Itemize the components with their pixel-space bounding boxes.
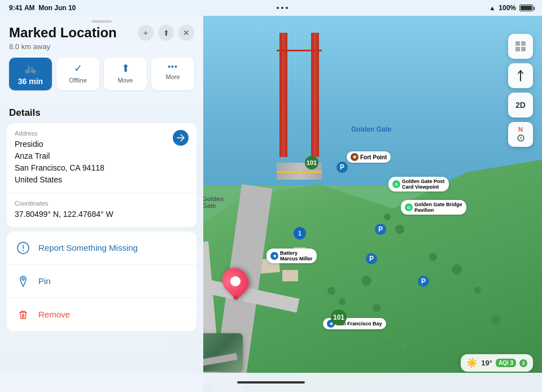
bike-icon: 🚲 [24,62,37,75]
tree-4 [339,298,346,305]
home-indicator[interactable] [237,381,305,384]
share-icon: ⬆ [163,29,169,37]
report-icon-container [15,239,32,256]
panel-title-actions: + ⬆ ✕ [138,25,194,41]
status-bar-right: ▲ 100% [489,4,533,12]
add-button[interactable]: + [138,25,154,41]
bike-time: 36 min [18,77,43,86]
status-bar: 9:41 AM Mon Jun 10 ▲ 100% [0,0,542,16]
address-content: Address Presidio Anza Trail San Francisc… [15,130,104,186]
report-missing-label: Report Something Missing [38,243,138,252]
location-pin[interactable] [223,267,248,295]
weather-sun-icon: ☀️ [466,358,478,368]
aqi-level-indicator: 3 [519,359,527,367]
report-missing-item[interactable]: Report Something Missing [7,232,196,265]
remove-item[interactable]: Remove [7,298,196,331]
more-label: More [165,73,180,80]
more-button[interactable]: ••• More [151,58,194,90]
offline-button[interactable]: ✓ Offline [56,58,99,90]
compass-button[interactable]: N ⊙ [508,122,533,147]
offline-label: Offline [69,77,87,84]
fort-point-icon: ★ [351,153,359,161]
navigate-address-button[interactable] [173,130,189,146]
action-list: Report Something Missing Pin Remove [7,232,196,331]
tree-10 [452,264,462,275]
panel-subtitle: 8.0 km away [9,42,194,51]
panel-title-row: Marked Location + ⬆ ✕ [9,25,194,41]
location-panel: Marked Location + ⬆ ✕ 8.0 km away [0,16,203,392]
share-button[interactable]: ⬆ [158,25,174,41]
status-bar-center [277,7,288,9]
battery-mm-label: BatteryMarcus Miller [280,250,313,262]
offline-icon: ✓ [74,62,82,75]
panel-header: Marked Location + ⬆ ✕ 8.0 km away [0,16,203,105]
battery-mm-icon: ★ [270,252,278,260]
action-buttons-row: 🚲 36 min ✓ Offline ⬆ Move ••• More [9,58,194,90]
poi-gg-pavilion: G Golden Gate BridgePavilion [401,200,466,215]
tree-3 [327,287,335,295]
gg-pavilion-label: Golden Gate BridgePavilion [414,202,462,213]
map-style-button[interactable] [508,34,533,59]
weather-widget: ☀️ 19° AQI 3 3 [461,354,533,372]
remove-label: Remove [38,310,70,319]
svg-rect-0 [515,41,520,46]
pin-icon-container [15,273,32,290]
tree-13 [384,332,392,340]
coordinates-row: Coordinates 37.80499° N, 122.47684° W [7,193,196,227]
svg-rect-2 [515,47,520,51]
poi-fort-point: ★ Fort Point [347,151,391,163]
golden-gate-label: GoldenGate [200,194,226,210]
tree-8 [395,225,404,234]
2d-view-button[interactable]: 2D [508,93,533,117]
bottom-bar [0,373,542,392]
thumbnail-road [197,353,237,367]
address-row-inner: Address Presidio Anza Trail San Francisc… [15,130,189,186]
gg-post-icon: G [392,180,400,188]
route-101-bottom: 101 [331,310,347,325]
status-bar-time: 9:41 AM Mon Jun 10 [9,4,76,12]
pin-label: Pin [38,276,51,286]
wifi-icon: ▲ [489,5,495,11]
bike-directions-button[interactable]: 🚲 36 min [9,58,52,90]
bridge-divider [277,171,322,173]
pin-dot [233,295,238,300]
details-section-title: Details [0,105,203,123]
more-icon: ••• [168,62,178,71]
gg-pavilion-icon: G [405,203,413,211]
coordinates-value: 37.80499° N, 122.47684° W [15,208,189,220]
drag-handle[interactable] [91,20,112,23]
address-row: Address Presidio Anza Trail San Francisc… [7,123,196,193]
address-label: Address [15,130,104,137]
map-controls: 2D N ⊙ [508,34,533,150]
directions-button[interactable] [508,63,533,88]
parking-3: P [366,253,377,264]
svg-rect-3 [521,47,526,51]
close-button[interactable]: ✕ [178,25,194,41]
route-1: 1 [294,227,306,239]
parking-2: P [375,224,386,235]
move-icon: ⬆ [121,62,130,75]
tree-9 [429,253,437,261]
svg-point-6 [22,278,24,280]
pin-item[interactable]: Pin [7,265,196,298]
bridge-cable [277,50,322,106]
move-button[interactable]: ⬆ Move [104,58,147,90]
route-101-top: 101 [305,156,318,169]
battery-icon [519,5,533,11]
tree-12 [491,315,500,324]
coordinates-label: Coordinates [15,200,189,207]
compass-arrow: N ⊙ [517,127,525,143]
svg-point-5 [23,250,24,251]
details-card: Address Presidio Anza Trail San Francisc… [7,123,196,227]
tree-7 [384,214,391,220]
panel-title: Marked Location [9,25,117,41]
tree-6 [373,304,381,312]
poi-gg-post: G Golden Gate PostCard Viewpoint [388,177,449,191]
building-2 [282,270,298,281]
remove-icon-container [15,306,32,323]
move-label: Move [118,77,133,84]
tree-11 [474,287,481,294]
tree-14 [401,343,408,350]
tree-5 [361,276,371,286]
sf-bay-label: Golden Gate [349,124,394,134]
